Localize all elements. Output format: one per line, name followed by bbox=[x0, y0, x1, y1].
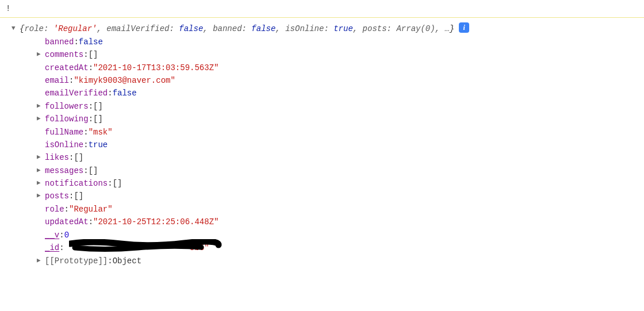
val-following: [] bbox=[93, 113, 103, 125]
key-following: following bbox=[45, 113, 89, 125]
val-createdAt: "2021-10-17T13:03:59.563Z" bbox=[93, 62, 218, 74]
key-prototype: [[Prototype]] bbox=[45, 255, 108, 267]
expand-arrow-right-icon[interactable]: ▶ bbox=[37, 164, 45, 176]
val-prototype: Object bbox=[113, 255, 141, 267]
val-messages: [] bbox=[89, 164, 98, 177]
key-followers: followers bbox=[45, 100, 89, 113]
console-warning-bar: ! bbox=[0, 0, 644, 18]
prop-updatedAt[interactable]: updatedAt: "2021-10-25T12:25:06.448Z" bbox=[12, 216, 644, 228]
expand-arrow-right-icon[interactable]: ▶ bbox=[37, 255, 45, 266]
key-posts: posts bbox=[45, 190, 69, 202]
key-isOnline: isOnline bbox=[45, 139, 83, 151]
prop-followers[interactable]: ▶ followers: [] bbox=[12, 100, 644, 113]
val-comments: [] bbox=[89, 48, 98, 61]
expand-arrow-right-icon[interactable]: ▶ bbox=[37, 177, 45, 189]
key-v: __v bbox=[45, 229, 59, 241]
val-notifications: [] bbox=[113, 177, 122, 190]
key-updatedAt: updatedAt bbox=[45, 216, 89, 228]
prop-id[interactable]: _id: "000000000000000000000000 9b5" bbox=[12, 241, 644, 254]
key-email: email bbox=[45, 74, 69, 87]
warning-text: ! bbox=[6, 4, 10, 13]
key-id: _id bbox=[45, 243, 59, 252]
val-posts: [] bbox=[74, 190, 83, 202]
val-v: 0 bbox=[64, 229, 69, 241]
prop-likes[interactable]: ▶ likes: [] bbox=[12, 151, 644, 164]
prop-fullName[interactable]: fullName: "msk" bbox=[12, 126, 644, 139]
val-email: "kimyk9003@naver.com" bbox=[74, 74, 175, 87]
key-fullName: fullName bbox=[45, 126, 83, 139]
expand-arrow-right-icon[interactable]: ▶ bbox=[37, 100, 45, 112]
key-comments: comments bbox=[45, 48, 83, 61]
key-likes: likes bbox=[45, 151, 69, 164]
prop-following[interactable]: ▶ following: [] bbox=[12, 113, 644, 125]
val-updatedAt: "2021-10-25T12:25:06.448Z" bbox=[93, 216, 218, 228]
prop-posts[interactable]: ▶ posts: [] bbox=[12, 190, 644, 202]
prop-role[interactable]: role: "Regular" bbox=[12, 203, 644, 216]
expand-arrow-right-icon[interactable]: ▶ bbox=[37, 48, 45, 60]
prop-createdAt[interactable]: createdAt: "2021-10-17T13:03:59.563Z" bbox=[12, 62, 644, 74]
val-role: "Regular" bbox=[69, 203, 113, 216]
key-banned: banned bbox=[45, 36, 74, 48]
key-role: role bbox=[45, 203, 64, 216]
val-emailVerified: false bbox=[113, 87, 137, 99]
val-id-tail: 9b5" bbox=[190, 243, 209, 252]
expand-arrow-right-icon[interactable]: ▶ bbox=[37, 151, 45, 163]
key-createdAt: createdAt bbox=[45, 62, 89, 74]
prop-notifications[interactable]: ▶ notifications: [] bbox=[12, 177, 644, 190]
expand-arrow-down-icon[interactable]: ▼ bbox=[12, 22, 20, 34]
val-fullName: "msk" bbox=[89, 126, 113, 139]
key-emailVerified: emailVerified bbox=[45, 87, 108, 99]
key-notifications: notifications bbox=[45, 177, 108, 190]
object-summary: {role: 'Regular', emailVerified: false, … bbox=[20, 22, 454, 35]
redacted-id-value: "000000000000000000000000 bbox=[69, 241, 190, 254]
val-likes: [] bbox=[74, 151, 83, 164]
prop-isOnline[interactable]: isOnline: true bbox=[12, 139, 644, 151]
info-icon[interactable]: i bbox=[459, 22, 469, 33]
prop-banned[interactable]: banned: false bbox=[12, 36, 644, 48]
expand-arrow-right-icon[interactable]: ▶ bbox=[37, 113, 45, 124]
val-banned: false bbox=[79, 36, 103, 48]
prop-v[interactable]: __v: 0 bbox=[12, 229, 644, 241]
prop-email[interactable]: email: "kimyk9003@naver.com" bbox=[12, 74, 644, 87]
prop-prototype[interactable]: ▶ [[Prototype]]: Object bbox=[12, 255, 644, 267]
prop-emailVerified[interactable]: emailVerified: false bbox=[12, 87, 644, 99]
expand-arrow-right-icon[interactable]: ▶ bbox=[37, 190, 45, 201]
prop-comments[interactable]: ▶ comments: [] bbox=[12, 48, 644, 61]
val-isOnline: true bbox=[89, 139, 108, 151]
prop-messages[interactable]: ▶ messages: [] bbox=[12, 164, 644, 177]
console-output: ▼ {role: 'Regular', emailVerified: false… bbox=[0, 18, 644, 272]
key-messages: messages bbox=[45, 164, 83, 177]
val-followers: [] bbox=[93, 100, 103, 113]
object-summary-row[interactable]: ▼ {role: 'Regular', emailVerified: false… bbox=[12, 22, 644, 35]
